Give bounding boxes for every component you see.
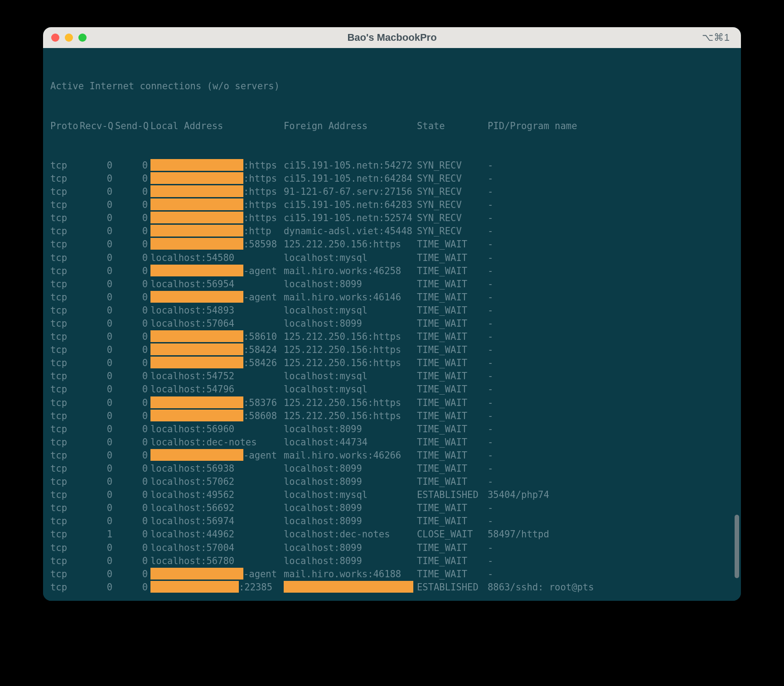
cell-recvq: 0: [80, 172, 115, 185]
cell-pid: -: [488, 423, 617, 436]
cell-proto: tcp: [50, 238, 80, 251]
redacted-block: [150, 225, 243, 237]
cell-proto: tcp: [50, 541, 80, 555]
cell-proto: tcp: [50, 343, 80, 357]
cell-recvq: 0: [80, 251, 115, 265]
cell-sendq: 0: [115, 343, 150, 357]
redacted-block: [150, 185, 243, 197]
cell-pid: -: [488, 462, 617, 475]
cell-local-address: localhost:54580: [150, 251, 284, 265]
cell-recvq: 0: [80, 541, 115, 555]
cell-recvq: 0: [80, 581, 115, 594]
col-sendq: Send-Q: [115, 120, 150, 133]
cell-proto: tcp: [50, 251, 80, 265]
cell-pid: -: [488, 396, 617, 410]
cell-local-address: :58376: [150, 396, 284, 410]
minimize-icon[interactable]: [65, 34, 73, 42]
col-foreign: Foreign Address: [284, 120, 417, 133]
cell-state: TIME_WAIT: [417, 238, 488, 251]
cell-foreign-address: mail.hiro.works:46146: [284, 291, 417, 304]
redacted-block: [150, 159, 243, 171]
table-row: tcp00:58598125.212.250.156:httpsTIME_WAI…: [50, 238, 736, 251]
table-row: tcp00localhost:54893localhost:mysqlTIME_…: [50, 304, 736, 317]
cell-pid: -: [488, 357, 617, 370]
local-suffix: :58608: [243, 411, 277, 421]
cell-proto: tcp: [50, 172, 80, 185]
table-row: tcp00-agentmail.hiro.works:46258TIME_WAI…: [50, 265, 736, 278]
cell-state: TIME_WAIT: [417, 330, 488, 343]
cell-state: TIME_WAIT: [417, 383, 488, 396]
table-row: tcp00:58426125.212.250.156:httpsTIME_WAI…: [50, 357, 736, 370]
cell-proto: tcp: [50, 278, 80, 291]
cell-proto: tcp: [50, 462, 80, 475]
cell-local-address: -agent: [150, 291, 284, 304]
cell-foreign-address: localhost:8099: [284, 475, 417, 488]
cell-foreign-address: localhost:mysql: [284, 304, 417, 317]
table-row: tcp00localhost:56692localhost:8099TIME_W…: [50, 502, 736, 515]
cell-pid: -: [488, 198, 617, 212]
scrollbar-thumb[interactable]: [735, 515, 739, 578]
cell-recvq: 0: [80, 555, 115, 568]
cell-proto: tcp: [50, 436, 80, 449]
cell-proto: tcp: [50, 581, 80, 594]
cell-recvq: 0: [80, 225, 115, 238]
local-suffix: :https: [243, 173, 277, 184]
cell-proto: tcp: [50, 198, 80, 212]
cell-recvq: 0: [80, 462, 115, 475]
local-suffix: -agent: [243, 569, 277, 580]
cell-proto: tcp: [50, 330, 80, 343]
cell-local-address: localhost:57064: [150, 317, 284, 330]
cell-proto: tcp: [50, 449, 80, 462]
cell-local-address: -agent: [150, 449, 284, 462]
local-suffix: :https: [243, 213, 277, 223]
cell-local-address: localhost:44962: [150, 528, 284, 541]
cell-proto: tcp: [50, 528, 80, 541]
cell-foreign-address: 125.212.250.156:https: [284, 238, 417, 251]
cell-sendq: 0: [115, 238, 150, 251]
cell-pid: -: [488, 212, 617, 225]
cell-state: SYN_RECV: [417, 225, 488, 238]
cell-pid: -: [488, 265, 617, 278]
cell-recvq: 0: [80, 475, 115, 488]
cell-local-address: localhost:dec-notes: [150, 436, 284, 449]
cell-sendq: 0: [115, 462, 150, 475]
cell-local-address: -agent: [150, 568, 284, 581]
cell-proto: tcp: [50, 515, 80, 528]
terminal-body[interactable]: Active Internet connections (w/o servers…: [43, 48, 741, 601]
cell-local-address: localhost:56780: [150, 555, 284, 568]
zoom-icon[interactable]: [78, 34, 87, 42]
terminal-heading: Active Internet connections (w/o servers…: [50, 80, 736, 93]
table-row: tcp00localhost:57064localhost:8099TIME_W…: [50, 317, 736, 330]
local-suffix: -agent: [243, 266, 277, 276]
table-row: tcp00localhost:56938localhost:8099TIME_W…: [50, 462, 736, 475]
cell-sendq: 0: [115, 396, 150, 410]
redacted-block: [150, 396, 243, 408]
cell-local-address: :22385: [150, 581, 284, 594]
cell-sendq: 0: [115, 423, 150, 436]
cell-state: TIME_WAIT: [417, 502, 488, 515]
table-row: tcp00localhost:54796localhost:mysqlTIME_…: [50, 383, 736, 396]
table-row: tcp10localhost:44962localhost:dec-notesC…: [50, 528, 736, 541]
cell-local-address: :58610: [150, 330, 284, 343]
close-icon[interactable]: [51, 34, 59, 42]
table-row: tcp00:httpsci15.191-105.netn:64284SYN_RE…: [50, 172, 736, 185]
cell-sendq: 0: [115, 212, 150, 225]
cell-sendq: 0: [115, 172, 150, 185]
cell-foreign-address: 125.212.250.156:https: [284, 330, 417, 343]
cell-foreign-address: localhost:44734: [284, 436, 417, 449]
cell-proto: tcp: [50, 410, 80, 423]
table-row: tcp00:58376125.212.250.156:httpsTIME_WAI…: [50, 396, 736, 410]
cell-state: TIME_WAIT: [417, 343, 488, 357]
cell-foreign-address: mail.hiro.works:46266: [284, 449, 417, 462]
cell-pid: -: [488, 304, 617, 317]
cell-recvq: 0: [80, 330, 115, 343]
cell-pid: -: [488, 555, 617, 568]
table-row: tcp00localhost:54752localhost:mysqlTIME_…: [50, 370, 736, 383]
cell-sendq: 0: [115, 502, 150, 515]
cell-sendq: 0: [115, 317, 150, 330]
cell-sendq: 0: [115, 541, 150, 555]
cell-recvq: 0: [80, 185, 115, 198]
cell-state: SYN_RECV: [417, 198, 488, 212]
cell-local-address: localhost:54752: [150, 370, 284, 383]
table-row: tcp00:httpsci15.191-105.netn:54272SYN_RE…: [50, 159, 736, 172]
